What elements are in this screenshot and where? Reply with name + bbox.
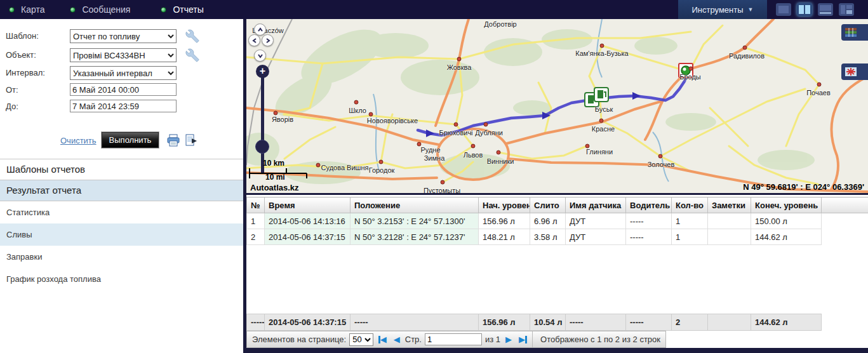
layout-split-horizontal-icon[interactable] [818,3,833,16]
from-date-input[interactable] [70,83,177,96]
zoom-in-button[interactable]: + [256,65,269,78]
print-icon[interactable] [166,133,180,147]
rows-displayed-status: Отображено с 1 по 2 из 2 строк [532,331,660,347]
menu-report-templates[interactable]: Шаблоны отчетов [0,159,243,180]
table-row[interactable]: 2 2014-05-06 14:37:15 N 50° 3.2128' : E … [247,229,868,245]
map-canvas[interactable]: LubaczówДобротвірКам'янка-БузькаЖовкваРа… [246,19,868,195]
cell-number: 2 [247,229,265,245]
to-label: До: [6,102,18,111]
page-number-input[interactable] [425,333,482,345]
wrench-icon[interactable] [185,29,199,43]
col-final-level[interactable]: Конеч. уровень [751,197,822,213]
template-label: Шаблон: [6,31,39,41]
col-number[interactable]: № [247,197,265,213]
pan-left-button[interactable] [248,34,260,46]
tab-map-label: Карта [21,4,44,15]
tab-messages[interactable]: Сообщения [70,4,130,15]
cell-driver: ----- [626,213,672,229]
tab-messages-label: Сообщения [82,4,130,15]
cell-final-level: 150.00 л [751,213,822,229]
cell-time: 2014-05-06 14:13:16 [265,213,351,229]
map-layers-button[interactable] [841,24,868,41]
clear-link[interactable]: Очистить [60,136,97,145]
tools-dropdown-label: Инструменты [692,5,744,15]
cell-drained: 3.58 л [530,229,566,245]
last-page-button[interactable]: ▶ [519,335,527,343]
map-graphics [246,19,868,195]
drain-event-marker[interactable] [679,63,693,77]
cell-position: N 50° 3.2153' : E 24° 57.1300' [351,213,479,229]
summary-driver: ----- [626,314,672,331]
bottom-strip [246,348,868,353]
summary-number: ----- [247,314,265,331]
summary-initial-level: 156.96 л [479,314,530,331]
layout-split-mixed-icon[interactable] [839,3,854,16]
menu-statistics[interactable]: Статистика [0,201,243,223]
pan-right-button[interactable] [262,34,274,46]
col-count[interactable]: Кол-во [672,197,708,213]
col-notes[interactable]: Заметки [708,197,751,213]
wrench-icon[interactable] [185,48,199,62]
col-time[interactable]: Время [265,197,351,213]
map-attribution: Autoatlas.kz [250,183,299,192]
pagination-bar: Элементов на странице: 50 ◀ ◀ Стр. из 1 … [246,331,666,348]
tab-status-icon [9,7,15,13]
col-sensor-name[interactable]: Имя датчика [566,197,626,213]
tab-status-icon [70,7,76,13]
cell-count: 1 [672,229,708,245]
summary-row: ----- 2014-05-06 14:37:15 ----- 156.96 л… [246,314,822,331]
items-per-page-select[interactable]: 50 [349,333,373,346]
object-select[interactable]: Провімі ВС4334ВН [70,48,177,62]
cell-sensor-name: ДУТ [566,213,626,229]
menu-report-result[interactable]: Результат отчета [0,180,243,201]
fuel-marker-front[interactable] [594,88,608,102]
zoom-slider-track[interactable] [261,71,264,173]
items-per-page-label: Элементов на странице: [252,335,346,344]
table-row[interactable]: 1 2014-05-06 14:13:16 N 50° 3.2153' : E … [247,213,868,229]
summary-sensor-name: ----- [566,314,626,331]
cursor-coordinates: N 49° 59.6819' : E 024° 06.3369' [743,182,864,192]
tab-map[interactable]: Карта [9,4,44,15]
first-page-button[interactable]: ◀ [378,335,387,343]
next-page-button[interactable]: ▶ [505,335,512,343]
pan-up-button[interactable] [254,23,266,36]
summary-count: 2 [672,314,708,331]
map-and-report-panel: LubaczówДобротвірКам'янка-БузькаЖовкваРа… [246,19,868,353]
interval-select[interactable]: Указанный интервал [70,66,177,80]
cell-number: 1 [247,213,265,229]
report-settings-panel: Шаблон: Отчет по топливу Объект: Провімі… [0,19,243,353]
cell-filler [822,213,868,229]
prev-page-button[interactable]: ◀ [394,335,400,343]
col-position[interactable]: Положение [351,197,479,213]
summary-position: ----- [351,314,479,331]
menu-fillings[interactable]: Заправки [0,246,243,268]
menu-fuel-chart[interactable]: График розхода топлива [0,268,243,290]
cell-count: 1 [672,213,708,229]
layout-split-vertical-icon[interactable] [797,3,812,16]
cell-driver: ----- [626,229,672,245]
tools-dropdown-button[interactable]: Инструменты ▼ [678,0,767,19]
zoom-slider-knob[interactable] [255,140,269,154]
cell-initial-level: 156.96 л [479,213,530,229]
cell-time: 2014-05-06 14:37:15 [265,229,351,245]
layers-icon [845,28,857,37]
cell-sensor-name: ДУТ [566,229,626,245]
col-driver[interactable]: Водитель [626,197,672,213]
tab-reports-label: Отчеты [173,4,203,15]
execute-button[interactable]: Выполнить [102,132,159,148]
template-select[interactable]: Отчет по топливу [70,29,177,43]
export-report-icon[interactable] [184,133,198,147]
col-drained[interactable]: Слито [530,197,566,213]
interval-label: Интервал: [6,68,45,77]
summary-drained: 10.54 л [530,314,566,331]
col-filler [822,197,868,213]
cell-notes [708,229,751,245]
tab-reports[interactable]: Отчеты [161,4,203,15]
report-sections-menu: Шаблоны отчетов Результат отчета Статист… [0,159,243,290]
col-initial-level[interactable]: Нач. уровень [479,197,530,213]
layout-single-pane-icon[interactable] [776,3,791,16]
to-date-input[interactable] [70,100,177,112]
pan-down-button[interactable] [254,50,266,62]
menu-drains[interactable]: Сливы [0,223,243,246]
map-traffic-button[interactable] [841,63,868,80]
